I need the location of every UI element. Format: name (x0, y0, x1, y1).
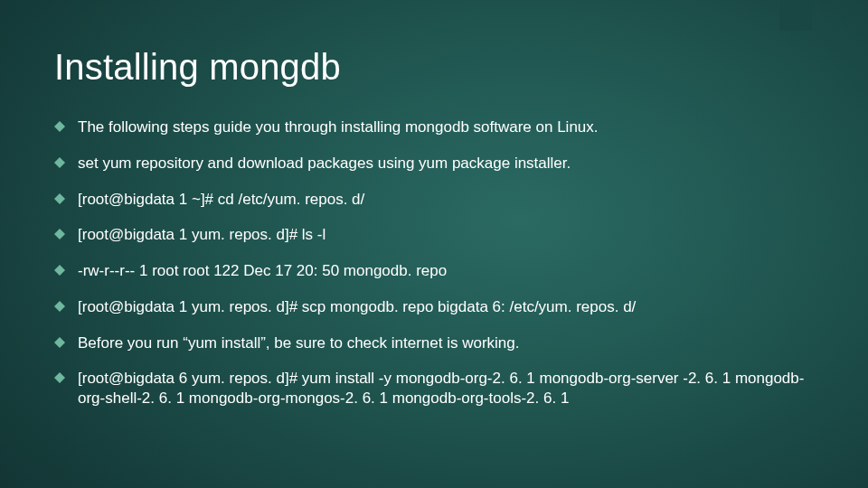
list-item: Before you run “yum install”, be sure to… (54, 333, 810, 353)
slide-title: Installing mongdb (54, 47, 341, 88)
list-item-text: [root@bigdata 1 yum. repos. d]# scp mong… (78, 297, 810, 317)
list-item: [root@bigdata 1 ~]# cd /etc/yum. repos. … (54, 190, 810, 210)
corner-accent (779, 0, 812, 31)
list-item: [root@bigdata 6 yum. repos. d]# yum inst… (54, 369, 810, 408)
list-item-text: Before you run “yum install”, be sure to… (78, 333, 810, 353)
list-item-text: [root@bigdata 1 yum. repos. d]# ls -l (78, 225, 810, 245)
svg-marker-2 (54, 193, 65, 204)
list-item: [root@bigdata 1 yum. repos. d]# ls -l (54, 225, 810, 245)
diamond-bullet-icon (54, 265, 65, 276)
diamond-bullet-icon (54, 229, 65, 239)
diamond-bullet-icon (54, 193, 65, 204)
list-item: set yum repository and download packages… (54, 154, 810, 174)
diamond-bullet-icon (54, 301, 65, 312)
slide: Installing mongdb The following steps gu… (0, 0, 868, 488)
svg-marker-1 (54, 157, 65, 168)
svg-marker-0 (54, 121, 65, 132)
svg-marker-4 (54, 265, 65, 276)
list-item-text: The following steps guide you through in… (78, 117, 810, 137)
list-item-text: [root@bigdata 6 yum. repos. d]# yum inst… (78, 369, 810, 408)
list-item-text: -rw-r--r-- 1 root root 122 Dec 17 20: 50… (78, 261, 810, 281)
svg-marker-7 (54, 372, 65, 383)
diamond-bullet-icon (54, 337, 65, 348)
svg-marker-5 (54, 301, 65, 312)
list-item: -rw-r--r-- 1 root root 122 Dec 17 20: 50… (54, 261, 810, 281)
svg-marker-3 (54, 229, 65, 239)
diamond-bullet-icon (54, 157, 65, 168)
diamond-bullet-icon (54, 372, 65, 383)
list-item-text: [root@bigdata 1 ~]# cd /etc/yum. repos. … (78, 190, 810, 210)
list-item-text: set yum repository and download packages… (78, 154, 810, 174)
diamond-bullet-icon (54, 121, 65, 132)
svg-marker-6 (54, 337, 65, 348)
list-item: [root@bigdata 1 yum. repos. d]# scp mong… (54, 297, 810, 317)
list-item: The following steps guide you through in… (54, 117, 810, 137)
bullet-list: The following steps guide you through in… (54, 117, 810, 425)
